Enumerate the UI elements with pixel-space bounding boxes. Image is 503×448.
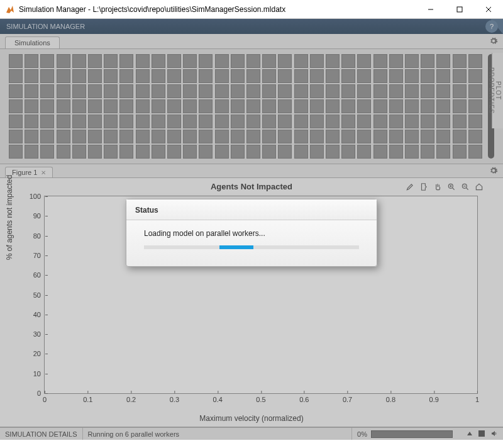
sim-cell[interactable] <box>278 84 292 98</box>
tab-simulations[interactable]: Simulations <box>5 36 60 48</box>
sim-cell[interactable] <box>136 54 150 68</box>
sim-cell[interactable] <box>357 54 371 68</box>
sim-cell[interactable] <box>326 54 340 68</box>
sim-cell[interactable] <box>25 130 38 143</box>
sim-cell[interactable] <box>436 115 450 128</box>
sim-cell[interactable] <box>326 69 340 83</box>
sim-cell[interactable] <box>152 99 165 113</box>
sim-cell[interactable] <box>468 69 482 83</box>
sim-cell[interactable] <box>389 130 403 143</box>
sim-cell[interactable] <box>231 69 245 83</box>
sim-cell[interactable] <box>262 54 276 68</box>
sim-cell[interactable] <box>453 84 467 98</box>
sim-cell[interactable] <box>405 54 419 68</box>
sim-cell[interactable] <box>294 99 308 113</box>
sim-cell[interactable] <box>262 84 276 98</box>
sim-cell[interactable] <box>262 145 276 159</box>
sim-cell[interactable] <box>167 130 181 143</box>
sim-cell[interactable] <box>136 115 150 128</box>
figure-tab-close-icon[interactable]: ✕ <box>41 169 46 176</box>
sim-cell[interactable] <box>104 99 118 113</box>
sim-cell[interactable] <box>199 54 213 68</box>
sim-cell[interactable] <box>88 99 102 113</box>
sim-cell[interactable] <box>246 69 260 83</box>
sim-cell[interactable] <box>57 54 70 68</box>
sim-cell[interactable] <box>453 54 467 68</box>
sim-cell[interactable] <box>453 99 467 113</box>
sim-cell[interactable] <box>167 69 181 83</box>
sim-cell[interactable] <box>436 130 450 143</box>
sim-cell[interactable] <box>215 69 229 83</box>
sim-cell[interactable] <box>421 84 434 98</box>
sim-cell[interactable] <box>25 54 38 68</box>
sim-cell[interactable] <box>421 54 434 68</box>
sim-cell[interactable] <box>119 115 133 128</box>
sim-cell[interactable] <box>119 84 133 98</box>
sim-cell[interactable] <box>262 69 276 83</box>
sim-cell[interactable] <box>405 69 419 83</box>
sim-cell[interactable] <box>104 69 118 83</box>
sim-cell[interactable] <box>183 99 197 113</box>
sim-cell[interactable] <box>389 115 403 128</box>
sim-cell[interactable] <box>199 99 213 113</box>
plot-properties-tab[interactable]: PLOT PROPERTIES <box>492 53 503 128</box>
sim-cell[interactable] <box>421 115 434 128</box>
collapse-up-icon[interactable] <box>467 430 473 438</box>
sim-cell[interactable] <box>119 99 133 113</box>
sim-cell[interactable] <box>231 130 245 143</box>
figure-settings-icon[interactable] <box>489 166 498 177</box>
sim-cell[interactable] <box>357 130 371 143</box>
sim-cell[interactable] <box>9 115 23 128</box>
sim-cell[interactable] <box>405 84 419 98</box>
sim-cell[interactable] <box>294 115 308 128</box>
sim-cell[interactable] <box>436 99 450 113</box>
close-button[interactable] <box>474 0 503 19</box>
sim-cell[interactable] <box>152 84 165 98</box>
sim-cell[interactable] <box>215 145 229 159</box>
speaker-icon[interactable] <box>490 430 498 439</box>
sim-cell[interactable] <box>310 145 324 159</box>
sim-cell[interactable] <box>104 54 118 68</box>
sim-cell[interactable] <box>9 145 23 159</box>
sim-cell[interactable] <box>294 69 308 83</box>
sim-cell[interactable] <box>9 99 23 113</box>
sim-cell[interactable] <box>373 54 387 68</box>
sim-cell[interactable] <box>183 84 197 98</box>
sim-cell[interactable] <box>453 130 467 143</box>
sim-cell[interactable] <box>278 99 292 113</box>
sim-cell[interactable] <box>72 99 86 113</box>
sim-cell[interactable] <box>183 69 197 83</box>
sim-cell[interactable] <box>453 69 467 83</box>
sim-cell[interactable] <box>326 130 340 143</box>
sim-cell[interactable] <box>199 69 213 83</box>
sim-cell[interactable] <box>167 84 181 98</box>
sim-cell[interactable] <box>421 145 434 159</box>
sim-cell[interactable] <box>152 115 165 128</box>
sim-cell[interactable] <box>136 130 150 143</box>
sim-cell[interactable] <box>57 69 70 83</box>
sim-cell[interactable] <box>215 84 229 98</box>
sim-cell[interactable] <box>231 84 245 98</box>
sim-cell[interactable] <box>9 130 23 143</box>
sim-cell[interactable] <box>468 84 482 98</box>
sim-cell[interactable] <box>436 145 450 159</box>
sim-cell[interactable] <box>88 145 102 159</box>
sim-cell[interactable] <box>357 145 371 159</box>
sim-cell[interactable] <box>88 130 102 143</box>
sim-cell[interactable] <box>40 54 54 68</box>
sim-cell[interactable] <box>136 69 150 83</box>
simulations-settings-icon[interactable] <box>489 36 498 47</box>
sim-cell[interactable] <box>57 130 70 143</box>
help-button[interactable]: ? <box>485 20 498 33</box>
sim-cell[interactable] <box>405 115 419 128</box>
zoom-in-icon[interactable] <box>446 182 456 192</box>
sim-cell[interactable] <box>357 99 371 113</box>
sim-cell[interactable] <box>310 99 324 113</box>
minimize-button[interactable] <box>416 0 445 19</box>
sim-cell[interactable] <box>104 130 118 143</box>
sim-cell[interactable] <box>389 84 403 98</box>
sim-cell[interactable] <box>373 115 387 128</box>
sim-cell[interactable] <box>357 115 371 128</box>
sim-cell[interactable] <box>40 145 54 159</box>
sim-cell[interactable] <box>468 115 482 128</box>
